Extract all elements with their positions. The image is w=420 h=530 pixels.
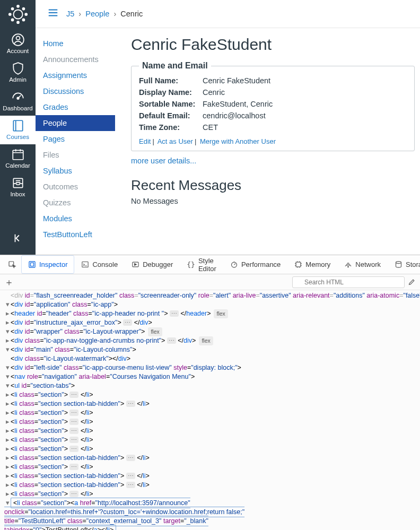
devtools-tab-debugger[interactable]: Debugger <box>125 255 180 274</box>
svg-rect-17 <box>30 263 33 266</box>
coursenav-announcements[interactable]: Announcements <box>36 51 115 67</box>
act-as-user-link[interactable]: Act as User <box>158 137 193 145</box>
svg-rect-18 <box>82 262 88 267</box>
nav-dashboard[interactable]: Dashboard <box>0 87 36 116</box>
collapse-icon <box>12 232 24 244</box>
add-node-button[interactable]: ＋ <box>4 276 14 289</box>
svg-rect-21 <box>296 262 301 267</box>
coursenav-files[interactable]: Files <box>36 147 115 163</box>
nav-account[interactable]: Account <box>0 30 36 58</box>
coursenav-home[interactable]: Home <box>36 36 115 51</box>
svg-point-2 <box>17 21 19 23</box>
recent-messages-heading: Recent Messages <box>131 177 415 194</box>
memory-icon <box>294 260 302 268</box>
inspector-icon <box>28 260 36 268</box>
field-label: Display Name: <box>139 88 203 97</box>
coursenav-pages[interactable]: Pages <box>36 131 115 147</box>
box-legend: Name and Email <box>139 61 211 71</box>
shield-icon <box>11 62 25 75</box>
svg-point-4 <box>25 13 27 15</box>
coursenav-modules[interactable]: Modules <box>36 211 115 227</box>
devtools-tabs: Inspector Console Debugger {} Style Edit… <box>0 255 420 274</box>
more-details-link[interactable]: more user details... <box>131 157 196 165</box>
crumb-people[interactable]: People <box>85 10 109 18</box>
nav-label: Dashboard <box>3 105 32 111</box>
edit-link[interactable]: Edit <box>139 137 151 145</box>
coursenav-assignments[interactable]: Assignments <box>36 67 115 83</box>
field-value: cendric@localhost <box>203 111 266 120</box>
nav-label: Admin <box>9 76 27 83</box>
field-label: Full Name: <box>139 76 203 85</box>
coursenav-discussions[interactable]: Discussions <box>36 83 115 99</box>
main-content: Cenric FakeStudent Name and Email Full N… <box>115 28 420 255</box>
field-value: CET <box>203 123 218 132</box>
devtools-pick-element[interactable] <box>3 255 21 274</box>
coursenav-people[interactable]: People <box>36 115 115 131</box>
nav-label: Courses <box>6 134 29 140</box>
svg-point-10 <box>16 36 20 40</box>
search-html-input[interactable] <box>292 276 405 288</box>
devtools-tab-inspector[interactable]: Inspector <box>21 255 74 274</box>
nav-label: Calendar <box>5 162 30 169</box>
course-nav: Home Announcements Assignments Discussio… <box>36 28 115 255</box>
coursenav-syllabus[interactable]: Syllabus <box>36 163 115 179</box>
crumb-course[interactable]: J5 <box>66 10 74 18</box>
name-email-box: Name and Email Full Name:Cenric FakeStud… <box>131 61 415 151</box>
canvas-logo-icon <box>7 3 29 25</box>
user-icon <box>11 33 25 47</box>
devtools-subtoolbar: ＋ <box>0 274 420 290</box>
calendar-icon <box>11 147 25 161</box>
crumb-current: Cenric <box>120 10 143 18</box>
gauge-icon <box>11 90 25 104</box>
storage-icon <box>395 260 402 268</box>
devtools-tab-console[interactable]: Console <box>74 255 125 274</box>
field-value: Cenric FakeStudent <box>203 76 270 85</box>
coursenav-quizzes[interactable]: Quizzes <box>36 195 115 211</box>
nav-collapse[interactable] <box>12 226 24 255</box>
global-nav: Account Admin Dashboard Courses Calendar… <box>0 0 36 255</box>
devtools-tab-network[interactable]: Network <box>337 255 388 274</box>
chevron-right-icon: › <box>111 10 118 18</box>
topbar: J5 › People › Cenric <box>36 0 420 28</box>
breadcrumb: J5 › People › Cenric <box>66 10 143 18</box>
coursenav-outcomes[interactable]: Outcomes <box>36 179 115 195</box>
field-label: Time Zone: <box>139 123 203 132</box>
merge-user-link[interactable]: Merge with Another User <box>200 137 276 145</box>
edit-icon[interactable] <box>408 278 416 286</box>
devtools-tab-memory[interactable]: Memory <box>287 255 337 274</box>
devtools-tab-styleeditor[interactable]: {} Style Editor <box>180 255 223 274</box>
field-label: Sortable Name: <box>139 100 203 108</box>
performance-icon <box>230 260 238 268</box>
svg-point-23 <box>396 262 401 264</box>
svg-point-0 <box>13 10 22 19</box>
book-icon <box>11 119 25 133</box>
field-value: Cenric <box>203 88 225 97</box>
user-actions: Edit| Act as User| Merge with Another Us… <box>139 133 407 145</box>
console-icon <box>81 260 89 268</box>
coursenav-grades[interactable]: Grades <box>36 99 115 115</box>
hamburger-icon[interactable] <box>47 7 59 21</box>
chevron-right-icon: › <box>76 10 83 18</box>
dom-tree[interactable]: <div id="flash_screenreader_holder" clas… <box>0 290 420 530</box>
nav-admin[interactable]: Admin <box>0 58 36 87</box>
nav-calendar[interactable]: Calendar <box>0 144 36 173</box>
styleeditor-icon: {} <box>187 260 195 268</box>
inbox-icon <box>11 176 25 190</box>
svg-rect-12 <box>13 120 22 131</box>
devtools-tab-storage[interactable]: Storage <box>388 255 420 274</box>
coursenav-testbuttonleft[interactable]: TestButtonLeft <box>36 227 115 242</box>
svg-point-6 <box>22 8 24 10</box>
field-label: Default Email: <box>139 111 203 120</box>
network-icon <box>344 260 352 268</box>
nav-courses[interactable]: Courses <box>0 116 36 144</box>
devtools-tab-performance[interactable]: Performance <box>223 255 287 274</box>
picker-icon <box>8 260 16 269</box>
no-messages-text: No Messages <box>131 197 415 205</box>
svg-rect-13 <box>13 150 23 159</box>
svg-point-1 <box>17 5 19 7</box>
svg-point-5 <box>11 8 13 10</box>
page-title: Cenric FakeStudent <box>131 36 415 54</box>
nav-inbox[interactable]: Inbox <box>0 173 36 202</box>
nav-label: Account <box>7 48 29 54</box>
svg-point-7 <box>11 19 13 21</box>
